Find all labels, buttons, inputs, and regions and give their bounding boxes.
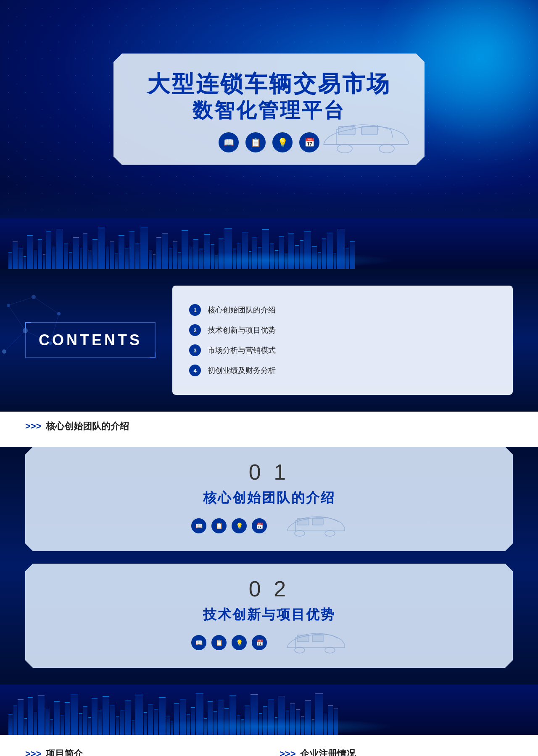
hero-icon-1: 📖 (219, 132, 239, 152)
hero-icon-3: 💡 (272, 132, 293, 152)
svg-rect-19 (297, 518, 309, 525)
skyline-1 (0, 218, 538, 269)
svg-point-18 (325, 530, 335, 536)
heading-arrows-company: >>> (280, 748, 296, 756)
item-num-3: 3 (189, 344, 201, 356)
slide-icon-1b: 📋 (211, 518, 227, 533)
skyline-2 (0, 685, 538, 735)
slide-icon-1c: 💡 (232, 518, 247, 533)
slide-icons-1: 📖 📋 💡 📅 (191, 518, 267, 533)
hero-title-main: 大型连锁车辆交易市场 (147, 70, 391, 97)
company-heading-text: 企业注册情况 (300, 748, 356, 756)
item-num-1: 1 (189, 304, 201, 316)
contents-label-box: CONTENTS (25, 322, 156, 358)
slide-title-2: 技术创新与项目优势 (203, 606, 335, 624)
svg-point-17 (295, 530, 305, 536)
slides-section: 0 1 核心创始团队的介绍 📖 📋 💡 📅 0 (0, 447, 538, 685)
item-text-4: 初创业绩及财务分析 (208, 365, 276, 375)
contents-item-3: 3 市场分析与营销模式 (189, 344, 496, 356)
svg-rect-4 (361, 126, 377, 135)
project-heading: >>> 项目简介 (25, 748, 258, 756)
team-heading-text: 核心创始团队的介绍 (46, 420, 129, 433)
skyline-glow-1 (143, 252, 395, 269)
item-num-2: 2 (189, 324, 201, 336)
company-right: >>> 企业注册情况 公司名称 杭州耀好车科技有限公司 注册地址 未来科技城 (280, 748, 513, 756)
hero-icon-4: 📅 (299, 132, 319, 152)
project-heading-text: 项目简介 (46, 748, 83, 756)
slide-number-2: 0 2 (249, 576, 289, 601)
svg-point-1 (379, 144, 394, 153)
heading-arrows-team: >>> (25, 421, 42, 432)
skyline-glow-2 (143, 718, 395, 735)
svg-point-22 (325, 647, 335, 653)
slide-title-1: 核心创始团队的介绍 (203, 489, 335, 507)
item-text-3: 市场分析与营销模式 (208, 345, 276, 355)
slide-number-1: 0 1 (249, 459, 289, 485)
slide-1-bottom: 📖 📋 💡 📅 (191, 512, 347, 538)
team-heading: >>> 核心创始团队的介绍 (25, 420, 513, 433)
slide-2-bottom: 📖 📋 💡 📅 (191, 628, 347, 655)
slide-car-1 (284, 512, 347, 538)
item-text-1: 核心创始团队的介绍 (208, 305, 276, 315)
hero-card: 大型连锁车辆交易市场 数智化管理平台 📖 📋 💡 📅 (113, 53, 425, 165)
svg-line-15 (4, 331, 25, 352)
company-heading: >>> 企业注册情况 (280, 748, 513, 756)
item-text-2: 技术创新与项目优势 (208, 325, 276, 335)
project-company-inner: >>> 项目简介 (25, 748, 513, 756)
svg-line-12 (34, 297, 59, 314)
hero-icon-2: 📋 (245, 132, 266, 152)
slide-icon-2a: 📖 (191, 635, 206, 650)
slide-icon-1a: 📖 (191, 518, 206, 533)
svg-point-21 (295, 647, 305, 653)
svg-line-11 (8, 297, 34, 305)
item-num-4: 4 (189, 365, 201, 376)
contents-label: CONTENTS (39, 331, 142, 349)
svg-rect-24 (312, 635, 323, 642)
svg-rect-3 (338, 126, 355, 135)
contents-item-1: 1 核心创始团队的介绍 (189, 304, 496, 316)
svg-point-0 (337, 144, 352, 153)
slide-icon-2d: 📅 (252, 635, 267, 650)
slide-card-2: 0 2 技术创新与项目优势 📖 📋 💡 📅 (25, 564, 513, 668)
slide-icons-2: 📖 📋 💡 📅 (191, 635, 267, 650)
svg-line-13 (8, 305, 25, 331)
heading-arrows-project: >>> (25, 748, 42, 756)
contents-item-2: 2 技术创新与项目优势 (189, 324, 496, 336)
contents-left: CONTENTS (25, 286, 156, 395)
slide-card-1: 0 1 核心创始团队的介绍 📖 📋 💡 📅 (25, 447, 513, 551)
hero-car-image (319, 117, 412, 157)
slide-icon-2c: 💡 (232, 635, 247, 650)
contents-item-4: 4 初创业绩及财务分析 (189, 365, 496, 376)
project-company-outer: >>> 项目简介 (0, 735, 538, 756)
slide-icon-1d: 📅 (252, 518, 267, 533)
slide-car-2 (284, 628, 347, 655)
hero-section: 大型连锁车辆交易市场 数智化管理平台 📖 📋 💡 📅 (0, 0, 538, 218)
svg-rect-20 (312, 518, 323, 525)
project-left: >>> 项目简介 (25, 748, 258, 756)
contents-list: 1 核心创始团队的介绍 2 技术创新与项目优势 3 市场分析与营销模式 4 初创… (172, 286, 513, 395)
contents-section: CONTENTS 1 核心创始团队的介绍 2 技术创新与项目优势 3 市场分析与… (0, 269, 538, 412)
svg-rect-23 (297, 635, 309, 642)
slide-icon-2b: 📋 (211, 635, 227, 650)
team-heading-section: >>> 核心创始团队的介绍 (0, 412, 538, 447)
